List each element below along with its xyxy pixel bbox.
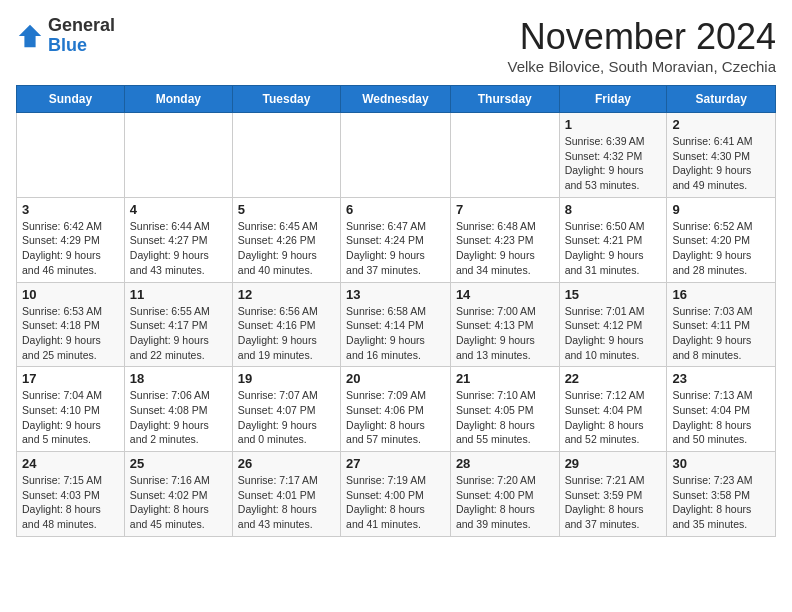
calendar-cell: 14Sunrise: 7:00 AM Sunset: 4:13 PM Dayli… [450, 282, 559, 367]
day-number: 18 [130, 371, 227, 386]
day-number: 13 [346, 287, 445, 302]
calendar-cell: 16Sunrise: 7:03 AM Sunset: 4:11 PM Dayli… [667, 282, 776, 367]
day-number: 26 [238, 456, 335, 471]
column-header-thursday: Thursday [450, 86, 559, 113]
calendar-cell: 24Sunrise: 7:15 AM Sunset: 4:03 PM Dayli… [17, 452, 125, 537]
logo-general-text: General [48, 15, 115, 35]
day-number: 27 [346, 456, 445, 471]
day-info: Sunrise: 6:48 AM Sunset: 4:23 PM Dayligh… [456, 219, 554, 278]
day-number: 5 [238, 202, 335, 217]
day-number: 6 [346, 202, 445, 217]
title-block: November 2024 Velke Bilovice, South Mora… [508, 16, 776, 75]
day-info: Sunrise: 6:52 AM Sunset: 4:20 PM Dayligh… [672, 219, 770, 278]
day-info: Sunrise: 6:58 AM Sunset: 4:14 PM Dayligh… [346, 304, 445, 363]
logo-icon [16, 22, 44, 50]
day-info: Sunrise: 7:23 AM Sunset: 3:58 PM Dayligh… [672, 473, 770, 532]
svg-marker-0 [19, 25, 41, 47]
calendar-cell: 29Sunrise: 7:21 AM Sunset: 3:59 PM Dayli… [559, 452, 667, 537]
day-number: 15 [565, 287, 662, 302]
calendar-cell: 28Sunrise: 7:20 AM Sunset: 4:00 PM Dayli… [450, 452, 559, 537]
day-info: Sunrise: 7:15 AM Sunset: 4:03 PM Dayligh… [22, 473, 119, 532]
calendar-cell [450, 113, 559, 198]
calendar-cell: 13Sunrise: 6:58 AM Sunset: 4:14 PM Dayli… [341, 282, 451, 367]
day-info: Sunrise: 7:07 AM Sunset: 4:07 PM Dayligh… [238, 388, 335, 447]
calendar-cell [17, 113, 125, 198]
calendar-cell: 21Sunrise: 7:10 AM Sunset: 4:05 PM Dayli… [450, 367, 559, 452]
calendar-cell: 25Sunrise: 7:16 AM Sunset: 4:02 PM Dayli… [124, 452, 232, 537]
location-subtitle: Velke Bilovice, South Moravian, Czechia [508, 58, 776, 75]
day-info: Sunrise: 7:03 AM Sunset: 4:11 PM Dayligh… [672, 304, 770, 363]
calendar-cell [124, 113, 232, 198]
day-number: 7 [456, 202, 554, 217]
day-number: 4 [130, 202, 227, 217]
calendar-cell: 23Sunrise: 7:13 AM Sunset: 4:04 PM Dayli… [667, 367, 776, 452]
day-number: 24 [22, 456, 119, 471]
day-info: Sunrise: 7:19 AM Sunset: 4:00 PM Dayligh… [346, 473, 445, 532]
month-year-title: November 2024 [508, 16, 776, 58]
calendar-cell: 2Sunrise: 6:41 AM Sunset: 4:30 PM Daylig… [667, 113, 776, 198]
day-info: Sunrise: 7:21 AM Sunset: 3:59 PM Dayligh… [565, 473, 662, 532]
day-number: 17 [22, 371, 119, 386]
day-number: 22 [565, 371, 662, 386]
column-header-wednesday: Wednesday [341, 86, 451, 113]
day-info: Sunrise: 7:00 AM Sunset: 4:13 PM Dayligh… [456, 304, 554, 363]
calendar-week-3: 10Sunrise: 6:53 AM Sunset: 4:18 PM Dayli… [17, 282, 776, 367]
column-header-tuesday: Tuesday [232, 86, 340, 113]
calendar-cell: 10Sunrise: 6:53 AM Sunset: 4:18 PM Dayli… [17, 282, 125, 367]
day-info: Sunrise: 6:41 AM Sunset: 4:30 PM Dayligh… [672, 134, 770, 193]
calendar-week-5: 24Sunrise: 7:15 AM Sunset: 4:03 PM Dayli… [17, 452, 776, 537]
day-number: 25 [130, 456, 227, 471]
day-number: 10 [22, 287, 119, 302]
calendar-cell: 8Sunrise: 6:50 AM Sunset: 4:21 PM Daylig… [559, 197, 667, 282]
calendar-cell: 26Sunrise: 7:17 AM Sunset: 4:01 PM Dayli… [232, 452, 340, 537]
calendar-cell: 15Sunrise: 7:01 AM Sunset: 4:12 PM Dayli… [559, 282, 667, 367]
calendar-cell: 5Sunrise: 6:45 AM Sunset: 4:26 PM Daylig… [232, 197, 340, 282]
day-info: Sunrise: 7:17 AM Sunset: 4:01 PM Dayligh… [238, 473, 335, 532]
day-info: Sunrise: 6:47 AM Sunset: 4:24 PM Dayligh… [346, 219, 445, 278]
column-header-friday: Friday [559, 86, 667, 113]
day-info: Sunrise: 6:55 AM Sunset: 4:17 PM Dayligh… [130, 304, 227, 363]
day-info: Sunrise: 6:44 AM Sunset: 4:27 PM Dayligh… [130, 219, 227, 278]
calendar-cell: 1Sunrise: 6:39 AM Sunset: 4:32 PM Daylig… [559, 113, 667, 198]
day-info: Sunrise: 6:56 AM Sunset: 4:16 PM Dayligh… [238, 304, 335, 363]
day-number: 20 [346, 371, 445, 386]
day-number: 19 [238, 371, 335, 386]
calendar-table: SundayMondayTuesdayWednesdayThursdayFrid… [16, 85, 776, 537]
day-info: Sunrise: 6:50 AM Sunset: 4:21 PM Dayligh… [565, 219, 662, 278]
day-number: 16 [672, 287, 770, 302]
day-number: 3 [22, 202, 119, 217]
day-number: 29 [565, 456, 662, 471]
day-number: 14 [456, 287, 554, 302]
day-info: Sunrise: 7:20 AM Sunset: 4:00 PM Dayligh… [456, 473, 554, 532]
day-info: Sunrise: 7:12 AM Sunset: 4:04 PM Dayligh… [565, 388, 662, 447]
calendar-week-4: 17Sunrise: 7:04 AM Sunset: 4:10 PM Dayli… [17, 367, 776, 452]
day-number: 11 [130, 287, 227, 302]
calendar-cell: 30Sunrise: 7:23 AM Sunset: 3:58 PM Dayli… [667, 452, 776, 537]
day-info: Sunrise: 6:42 AM Sunset: 4:29 PM Dayligh… [22, 219, 119, 278]
day-info: Sunrise: 7:01 AM Sunset: 4:12 PM Dayligh… [565, 304, 662, 363]
calendar-cell: 3Sunrise: 6:42 AM Sunset: 4:29 PM Daylig… [17, 197, 125, 282]
calendar-cell: 9Sunrise: 6:52 AM Sunset: 4:20 PM Daylig… [667, 197, 776, 282]
day-info: Sunrise: 7:13 AM Sunset: 4:04 PM Dayligh… [672, 388, 770, 447]
day-number: 2 [672, 117, 770, 132]
calendar-cell: 6Sunrise: 6:47 AM Sunset: 4:24 PM Daylig… [341, 197, 451, 282]
day-number: 28 [456, 456, 554, 471]
day-info: Sunrise: 7:16 AM Sunset: 4:02 PM Dayligh… [130, 473, 227, 532]
logo: General Blue [16, 16, 115, 56]
day-info: Sunrise: 7:04 AM Sunset: 4:10 PM Dayligh… [22, 388, 119, 447]
calendar-week-1: 1Sunrise: 6:39 AM Sunset: 4:32 PM Daylig… [17, 113, 776, 198]
calendar-cell: 22Sunrise: 7:12 AM Sunset: 4:04 PM Dayli… [559, 367, 667, 452]
day-info: Sunrise: 6:53 AM Sunset: 4:18 PM Dayligh… [22, 304, 119, 363]
day-info: Sunrise: 7:10 AM Sunset: 4:05 PM Dayligh… [456, 388, 554, 447]
calendar-cell: 12Sunrise: 6:56 AM Sunset: 4:16 PM Dayli… [232, 282, 340, 367]
day-info: Sunrise: 7:06 AM Sunset: 4:08 PM Dayligh… [130, 388, 227, 447]
page-header: General Blue November 2024 Velke Bilovic… [16, 16, 776, 75]
column-header-monday: Monday [124, 86, 232, 113]
column-header-sunday: Sunday [17, 86, 125, 113]
calendar-cell: 4Sunrise: 6:44 AM Sunset: 4:27 PM Daylig… [124, 197, 232, 282]
logo-blue-text: Blue [48, 35, 87, 55]
calendar-cell: 7Sunrise: 6:48 AM Sunset: 4:23 PM Daylig… [450, 197, 559, 282]
day-number: 8 [565, 202, 662, 217]
day-number: 23 [672, 371, 770, 386]
day-info: Sunrise: 6:39 AM Sunset: 4:32 PM Dayligh… [565, 134, 662, 193]
